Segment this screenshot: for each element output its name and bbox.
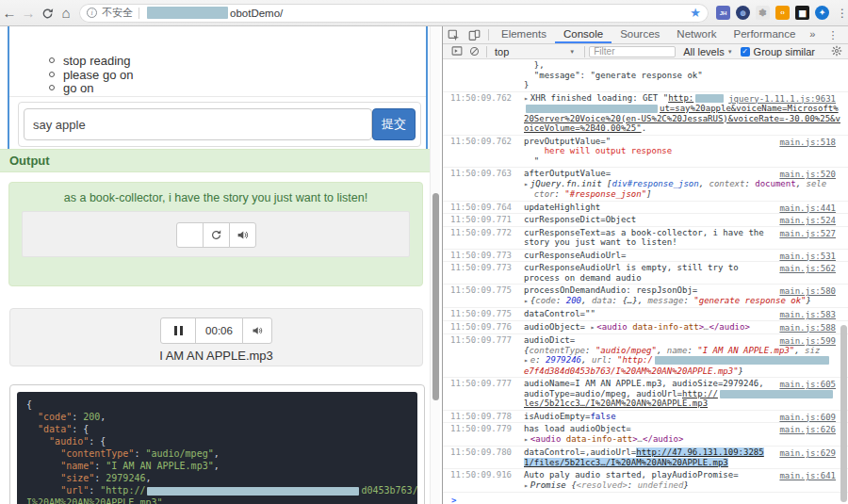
source-link[interactable]: main.js:518: [779, 138, 836, 148]
console-row: 11:50:09.772curResponseText=as a book-co…: [443, 227, 848, 250]
console-url-link[interactable]: ut=say%20apple&voiceName=Microsoft%: [660, 104, 839, 113]
filter-input[interactable]: [589, 46, 676, 57]
text-segment: : {: [89, 436, 106, 447]
browser-menu-icon[interactable]: ⋮: [837, 7, 848, 20]
address-bar[interactable]: i 不安全 obotDemo/ ★: [79, 4, 709, 23]
bookmark-star-icon[interactable]: ★: [690, 6, 701, 20]
refresh-button[interactable]: [203, 222, 230, 248]
console-url-link[interactable]: oiceVolume=%2B40.00%25": [524, 123, 642, 133]
say-input[interactable]: [24, 108, 372, 140]
console-url-link[interactable]: http:: [668, 93, 693, 103]
extension-code-icon[interactable]: ‹›: [775, 6, 790, 20]
extension-gear-icon[interactable]: ✽: [756, 6, 770, 20]
speaker-button[interactable]: [229, 222, 256, 248]
volume-button[interactable]: [242, 317, 272, 344]
extension-qr-icon[interactable]: ▦: [795, 6, 809, 20]
console-timestamp: 11:50:09.780: [450, 447, 516, 467]
text-segment: :: [555, 189, 565, 199]
expand-toggle-icon[interactable]: ▸: [590, 323, 595, 332]
source-link[interactable]: main.js:524: [779, 216, 836, 226]
group-similar-checkbox[interactable]: ✓: [741, 47, 750, 57]
expand-toggle-icon[interactable]: ▸: [524, 94, 529, 103]
console-settings-button[interactable]: [831, 44, 842, 58]
pause-button[interactable]: [160, 317, 196, 344]
tab-performance[interactable]: Performance: [726, 26, 805, 43]
console-row: 11:50:09.773curResponseAudioUrl=main.js:…: [443, 250, 848, 263]
tab-network[interactable]: Network: [668, 26, 725, 43]
clear-console-button[interactable]: [465, 45, 482, 58]
devtools-menu-icon[interactable]: ⋮: [821, 29, 844, 41]
refresh-icon: [210, 229, 222, 241]
text-segment: 200: [566, 296, 581, 305]
source-link[interactable]: main.js:531: [779, 252, 836, 262]
reload-button[interactable]: [38, 1, 57, 25]
text-segment: }: [807, 296, 811, 305]
expand-toggle-icon[interactable]: ▸: [524, 180, 529, 188]
source-link[interactable]: main.js:527: [779, 229, 836, 239]
text-segment: {: [26, 399, 32, 410]
devtools-scrollbar-thumb[interactable]: [840, 325, 847, 502]
source-link[interactable]: jquery-1.11.1.js:9631: [728, 94, 836, 105]
text-segment: undefined: [638, 480, 684, 490]
source-link[interactable]: main.js:609: [779, 413, 836, 423]
audio-player: 00:06: [10, 309, 422, 344]
tab-elements[interactable]: Elements: [493, 26, 555, 43]
console-url-link[interactable]: les/5b21cc3…/I%20AM%20AN%20APPLE.mp3: [524, 398, 708, 408]
page-scrollbar[interactable]: [430, 26, 440, 504]
source-link[interactable]: main.js:520: [779, 170, 836, 180]
source-link[interactable]: main.js:626: [779, 425, 836, 435]
devtools-close-icon[interactable]: ×: [844, 28, 848, 41]
command-list-item: please go on: [49, 69, 426, 83]
extension-jh-icon[interactable]: JH: [716, 6, 730, 20]
source-link[interactable]: main.js:629: [779, 448, 836, 459]
redacted-text: [147, 487, 359, 496]
console-url-link[interactable]: http://: [682, 389, 718, 398]
device-toolbar-icon: [468, 29, 481, 41]
back-button[interactable]: ←: [0, 1, 19, 25]
text-segment: curResponseText=as a book-collector, i h…: [524, 228, 764, 237]
console-message-line: },: [524, 60, 835, 71]
console-message-line: oiceVolume=%2B40.00%25".: [524, 123, 835, 134]
console-timestamp: 11:50:09.773: [450, 251, 516, 261]
source-link[interactable]: main.js:441: [779, 203, 836, 214]
text-segment: dataControl="": [524, 309, 595, 318]
console-message-line: ▸<audio data-info-att>…</audio>: [524, 434, 835, 446]
text-segment: :: [687, 346, 697, 355]
source-link[interactable]: main.js:599: [779, 336, 836, 347]
tab-sources[interactable]: Sources: [612, 26, 668, 43]
text-segment: 2979246: [546, 355, 581, 365]
source-link[interactable]: main.js:562: [779, 264, 836, 274]
page-scrollbar-thumb[interactable]: [432, 193, 439, 400]
text-segment: updateHighlight: [524, 203, 600, 212]
console-url-link[interactable]: http://47.96.131.109:3285: [636, 447, 763, 457]
context-selector[interactable]: top: [495, 46, 509, 57]
expand-toggle-icon[interactable]: ▸: [524, 435, 529, 444]
console-sidebar-button[interactable]: [448, 44, 465, 58]
forward-button[interactable]: →: [19, 1, 38, 25]
text-segment: :: [607, 355, 617, 365]
source-link[interactable]: main.js:605: [779, 380, 836, 390]
console-prompt[interactable]: >: [443, 493, 848, 503]
source-link[interactable]: main.js:583: [779, 310, 836, 320]
device-toolbar-button[interactable]: [464, 27, 484, 43]
blank-button[interactable]: [176, 222, 204, 248]
source-link[interactable]: main.js:580: [779, 286, 836, 297]
source-link[interactable]: main.js:588: [779, 323, 836, 333]
info-icon[interactable]: i: [87, 8, 97, 18]
submit-button[interactable]: 提交: [372, 108, 416, 140]
extension-circle-icon[interactable]: ◍: [736, 6, 750, 20]
extension-blue-icon[interactable]: ✦: [815, 6, 829, 20]
tab-console[interactable]: Console: [555, 26, 612, 43]
text-segment: audioType=audio/mpeg, audioUrl=: [524, 389, 682, 398]
expand-toggle-icon[interactable]: ▸: [524, 297, 529, 305]
speaker-icon: [236, 229, 249, 241]
inspect-button[interactable]: [443, 27, 464, 43]
expand-toggle-icon[interactable]: ▸: [524, 481, 529, 490]
levels-dropdown[interactable]: All levels: [683, 46, 724, 57]
console-url-link[interactable]: 20Server%20Voice%20(en-US%2C%20JessaRUS)…: [524, 114, 840, 123]
source-link[interactable]: main.js:641: [779, 471, 836, 481]
expand-toggle-icon[interactable]: ▸: [524, 356, 529, 365]
home-button[interactable]: ⌂: [57, 1, 75, 25]
more-tabs-button[interactable]: »: [804, 26, 821, 43]
console-url-link[interactable]: 1/files/5b21cc3…/I%20AM%20AN%20APPLE.mp3: [524, 458, 728, 467]
